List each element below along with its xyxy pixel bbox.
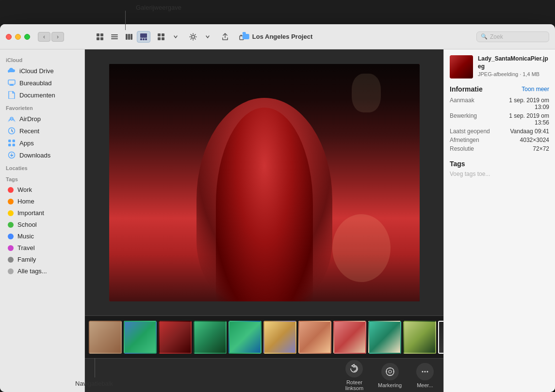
center-area: Roteer linksom Markering Meer... xyxy=(85,49,443,392)
group-chevron-button[interactable] xyxy=(169,31,182,43)
filmstrip-thumb-3[interactable] xyxy=(159,321,192,354)
main-image xyxy=(109,64,420,301)
more-label: Meer... xyxy=(417,382,433,388)
svg-rect-1 xyxy=(100,33,103,36)
svg-rect-22 xyxy=(10,84,13,85)
tags-placeholder[interactable]: Voeg tags toe... xyxy=(450,171,549,177)
info-row-label: Laatst geopend xyxy=(450,128,496,135)
action-bar: Roteer linksom Markering Meer... xyxy=(85,358,443,392)
filmstrip-thumb-6[interactable] xyxy=(263,321,296,354)
sidebar-item-label: Work xyxy=(17,186,32,193)
list-icon xyxy=(111,33,118,41)
view-columns-button[interactable] xyxy=(122,31,136,43)
filmstrip-thumb-2[interactable] xyxy=(124,321,157,354)
svg-point-32 xyxy=(422,371,424,372)
view-gallery-button[interactable] xyxy=(137,31,150,43)
rotate-label: Roteer linksom xyxy=(345,379,363,391)
sidebar-item-music[interactable]: Music xyxy=(2,231,82,242)
info-row: Aanmaak 1 sep. 2019 om 13:09 xyxy=(450,96,549,111)
info-row-value: 72×72 xyxy=(496,145,549,152)
forward-button[interactable]: › xyxy=(51,32,64,42)
svg-rect-12 xyxy=(143,38,145,40)
sidebar-item-label: Home xyxy=(17,198,34,205)
back-button[interactable]: ‹ xyxy=(38,32,50,42)
svg-rect-2 xyxy=(97,37,99,40)
svg-point-33 xyxy=(424,371,426,372)
tag-dot-family xyxy=(8,257,14,263)
filmstrip-thumb-11[interactable] xyxy=(438,321,443,354)
right-panel: Lady_SantaMonicaPier.jpeg JPEG-afbeeldin… xyxy=(443,49,555,392)
gear-icon xyxy=(189,33,197,41)
window-title: Los Angeles Project xyxy=(243,33,313,40)
filmstrip-thumb-10[interactable] xyxy=(403,321,436,354)
more-button[interactable]: Meer... xyxy=(416,363,434,388)
finder-window: ‹ › xyxy=(0,24,555,392)
tag-dot-music xyxy=(8,234,14,239)
svg-rect-17 xyxy=(162,37,164,40)
callout-bottom-line xyxy=(95,358,95,377)
svg-rect-13 xyxy=(145,38,147,40)
sidebar-item-family[interactable]: Family xyxy=(2,254,82,265)
filmstrip xyxy=(85,315,443,358)
view-list-button[interactable] xyxy=(108,31,121,43)
search-box[interactable]: 🔍 Zoek xyxy=(476,31,549,42)
view-buttons xyxy=(93,31,150,43)
tags-section: Tags Voeg tags toe... xyxy=(450,160,549,177)
sidebar-item-recent[interactable]: Recent xyxy=(2,125,82,137)
info-row: Resolutie 72×72 xyxy=(450,144,549,153)
traffic-lights xyxy=(6,34,30,40)
main-image-container xyxy=(85,49,443,315)
filmstrip-thumb-9[interactable] xyxy=(368,321,401,354)
sidebar-item-home[interactable]: Home xyxy=(2,196,82,207)
svg-rect-21 xyxy=(8,80,15,84)
info-row-label: Resolutie xyxy=(450,145,496,152)
columns-icon xyxy=(125,33,133,41)
svg-point-18 xyxy=(192,35,195,38)
maximize-button[interactable] xyxy=(24,34,30,40)
locaties-section-header: Locaties xyxy=(0,161,84,172)
svg-rect-28 xyxy=(8,144,11,147)
minimize-button[interactable] xyxy=(15,34,21,40)
info-row-label: Afmetingen xyxy=(450,137,496,143)
group-button[interactable] xyxy=(154,31,168,43)
info-row-value: 1 sep. 2019 om 13:09 xyxy=(496,97,549,110)
show-more-link[interactable]: Toon meer xyxy=(522,86,549,93)
file-info-text: Lady_SantaMonicaPier.jpeg JPEG-afbeeldin… xyxy=(478,55,549,77)
rotate-button[interactable]: Roteer linksom xyxy=(345,360,363,391)
svg-rect-14 xyxy=(158,33,161,36)
sidebar-item-label: Documenten xyxy=(19,92,55,99)
sidebar-item-label: Travel xyxy=(17,244,35,251)
filmstrip-thumb-1[interactable] xyxy=(89,321,122,354)
sidebar-item-travel[interactable]: Travel xyxy=(2,242,82,253)
svg-rect-6 xyxy=(111,38,118,39)
info-rows-container: Aanmaak 1 sep. 2019 om 13:09 Bewerking 1… xyxy=(450,96,549,153)
sidebar-item-downloads[interactable]: Downloads xyxy=(2,149,82,161)
settings-chevron-button[interactable] xyxy=(201,31,214,43)
sidebar-item-work[interactable]: Work xyxy=(2,184,82,195)
sidebar-item-icloud-drive[interactable]: iCloud Drive xyxy=(2,65,82,77)
sidebar-item-airdrop[interactable]: AirDrop xyxy=(2,113,82,125)
sidebar-item-apps[interactable]: Apps xyxy=(2,137,82,149)
filmstrip-thumb-7[interactable] xyxy=(298,321,331,354)
filmstrip-thumb-8[interactable] xyxy=(333,321,366,354)
tags-title: Tags xyxy=(450,160,549,168)
view-icons-button[interactable] xyxy=(93,31,107,43)
sidebar-item-important[interactable]: Important xyxy=(2,207,82,219)
markup-button[interactable]: Markering xyxy=(378,363,402,388)
svg-rect-26 xyxy=(8,140,11,142)
settings-button[interactable] xyxy=(186,31,200,43)
close-button[interactable] xyxy=(6,34,12,40)
sidebar-item-school[interactable]: School xyxy=(2,219,82,230)
svg-rect-15 xyxy=(162,33,164,36)
sidebar-item-documenten[interactable]: Documenten xyxy=(2,89,82,101)
share-button[interactable] xyxy=(218,31,232,43)
titlebar: ‹ › xyxy=(0,24,555,49)
filmstrip-thumb-4[interactable] xyxy=(194,321,227,354)
info-row-label: Aanmaak xyxy=(450,97,496,104)
filmstrip-thumb-5[interactable] xyxy=(229,321,261,354)
sidebar-item-label: Bureaublad xyxy=(19,79,52,87)
main-content: iCloud iCloud Drive Bureaublad Documente… xyxy=(0,49,555,392)
svg-rect-10 xyxy=(140,33,147,38)
sidebar-item-alle-tags[interactable]: Alle tags... xyxy=(2,266,82,277)
sidebar-item-bureaublad[interactable]: Bureaublad xyxy=(2,77,82,89)
